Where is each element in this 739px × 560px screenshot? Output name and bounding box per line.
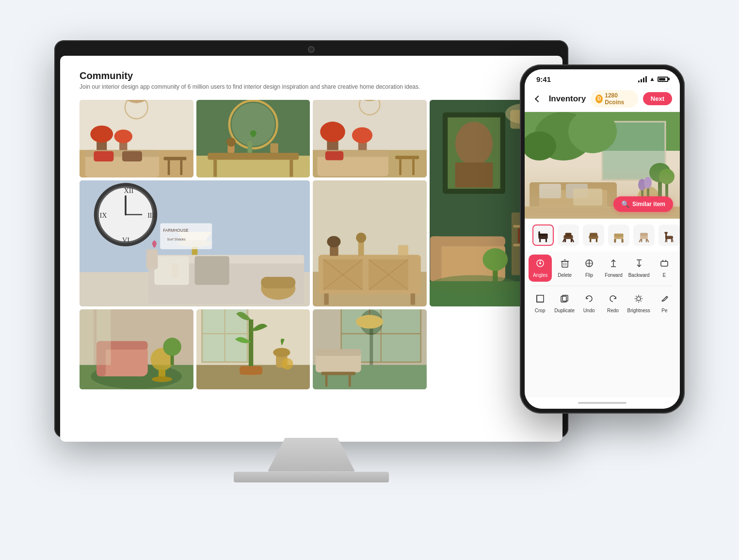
svg-rect-180 xyxy=(614,233,623,236)
svg-rect-12 xyxy=(168,160,170,175)
svg-point-199 xyxy=(539,262,541,264)
thumbnail-6[interactable] xyxy=(659,224,680,246)
thumbnail-5[interactable] xyxy=(633,224,655,246)
grid-cell-3[interactable] xyxy=(313,100,427,177)
grid-cell-2[interactable] xyxy=(196,100,310,177)
battery-icon xyxy=(658,77,668,82)
svg-rect-75 xyxy=(195,256,229,285)
svg-text:FARMHOUSE: FARMHOUSE xyxy=(163,228,189,233)
furniture-thumbnails xyxy=(525,219,680,252)
svg-point-29 xyxy=(320,121,345,142)
svg-text:III: III xyxy=(147,211,154,219)
svg-rect-98 xyxy=(398,245,408,255)
svg-point-31 xyxy=(352,127,372,143)
svg-point-157 xyxy=(638,179,646,191)
undo-icon xyxy=(584,294,594,306)
nav-title: Inventory xyxy=(549,94,586,104)
phone-screen: 9:41 ▲ xyxy=(525,69,680,409)
back-button[interactable] xyxy=(532,92,544,106)
tool-angles[interactable]: Angles xyxy=(529,255,552,282)
svg-rect-135 xyxy=(325,375,328,386)
brightness-label: Brightness xyxy=(627,308,650,313)
thumbnail-3[interactable] xyxy=(583,224,604,246)
grid-cell-9[interactable] xyxy=(313,309,427,389)
svg-point-17 xyxy=(231,103,274,146)
brightness-icon xyxy=(634,294,643,306)
extra2-icon xyxy=(659,294,669,306)
svg-point-56 xyxy=(482,248,508,270)
monitor-body: Community Join our interior design app c… xyxy=(54,40,568,438)
tool-delete[interactable]: Delete xyxy=(553,255,576,282)
grid-cell-1[interactable] xyxy=(80,100,193,177)
tool-undo[interactable]: Undo xyxy=(578,290,600,317)
svg-rect-178 xyxy=(596,239,597,242)
svg-line-195 xyxy=(672,239,673,242)
svg-rect-177 xyxy=(590,239,591,242)
monitor-camera xyxy=(308,46,315,53)
tools-area: Angles xyxy=(525,252,680,397)
tool-extra1[interactable]: E xyxy=(653,255,676,282)
grid-cell-6[interactable] xyxy=(313,180,427,306)
redo-icon xyxy=(608,294,618,306)
thumbnail-1[interactable] xyxy=(532,224,554,246)
svg-text:VI: VI xyxy=(122,236,129,243)
status-time: 9:41 xyxy=(536,75,551,83)
tool-redo[interactable]: Redo xyxy=(601,290,624,317)
svg-point-155 xyxy=(659,169,675,184)
svg-point-121 xyxy=(273,348,290,357)
svg-line-230 xyxy=(666,297,667,298)
forward-icon xyxy=(609,258,618,271)
svg-text:Surf Shacks: Surf Shacks xyxy=(167,238,186,241)
angles-label: Angles xyxy=(533,272,548,278)
svg-rect-42 xyxy=(455,162,492,188)
svg-rect-92 xyxy=(324,293,328,304)
svg-rect-136 xyxy=(349,375,351,386)
duplicate-label: Duplicate xyxy=(554,308,575,313)
tool-forward[interactable]: Forward xyxy=(602,255,625,282)
tool-extra2[interactable]: Pe xyxy=(653,290,676,317)
svg-rect-145 xyxy=(530,182,539,211)
flip-icon xyxy=(584,258,594,271)
tool-brightness[interactable]: Brightness xyxy=(626,290,652,317)
thumbnail-2[interactable] xyxy=(558,224,579,246)
svg-rect-134 xyxy=(321,371,355,375)
tool-backward[interactable]: Backward xyxy=(627,255,652,282)
svg-point-159 xyxy=(644,177,652,189)
angles-icon xyxy=(535,258,545,271)
monitor-base xyxy=(234,472,389,482)
svg-rect-147 xyxy=(539,184,561,198)
svg-rect-119 xyxy=(240,366,262,375)
svg-point-41 xyxy=(455,122,492,165)
similar-item-label: Similar item xyxy=(632,201,665,208)
tool-duplicate[interactable]: Duplicate xyxy=(552,290,577,317)
thumbnail-4[interactable] xyxy=(608,224,629,246)
grid-cell-5[interactable]: XII III VI IX xyxy=(80,180,310,306)
phone-navbar: Inventory D 1280 Dcoins Next xyxy=(525,86,680,112)
svg-rect-192 xyxy=(665,233,667,239)
main-room-image: 🔍 Similar item xyxy=(525,112,680,219)
svg-point-22 xyxy=(226,137,236,146)
svg-line-173 xyxy=(563,239,564,242)
svg-point-4 xyxy=(90,126,113,143)
svg-rect-10 xyxy=(122,151,142,161)
svg-rect-144 xyxy=(530,182,617,190)
svg-rect-167 xyxy=(546,239,547,242)
grid-cell-8[interactable] xyxy=(196,309,310,389)
grid-cell-7[interactable] xyxy=(80,309,193,389)
svg-rect-170 xyxy=(565,233,572,237)
phone: 9:41 ▲ xyxy=(520,64,685,414)
svg-rect-37 xyxy=(412,159,415,175)
svg-point-97 xyxy=(356,232,366,242)
svg-rect-96 xyxy=(358,240,364,256)
tool-flip[interactable]: Flip xyxy=(578,255,601,282)
svg-rect-201 xyxy=(562,261,568,267)
svg-rect-54 xyxy=(430,236,441,281)
svg-rect-18 xyxy=(208,153,299,160)
svg-point-153 xyxy=(649,163,671,182)
phone-body: 9:41 ▲ xyxy=(520,64,685,414)
undo-label: Undo xyxy=(583,308,595,313)
similar-item-button[interactable]: 🔍 Similar item xyxy=(613,196,673,212)
tool-crop[interactable]: Crop xyxy=(529,290,551,317)
svg-line-174 xyxy=(572,239,574,242)
next-button[interactable]: Next xyxy=(643,92,672,105)
